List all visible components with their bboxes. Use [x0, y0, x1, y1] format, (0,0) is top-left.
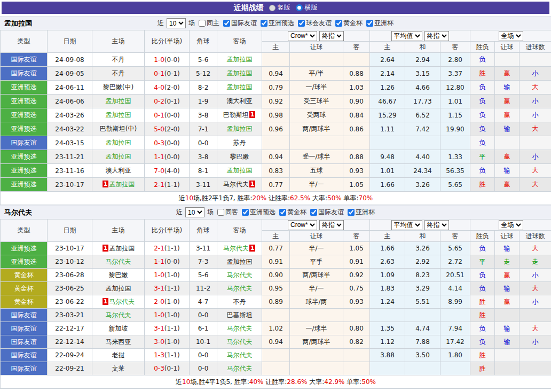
competition-filter[interactable]: 国际友谊 — [308, 208, 344, 217]
match-count-select[interactable]: 10 — [185, 207, 204, 217]
competition-filter[interactable]: 亚洲预选 — [258, 19, 294, 28]
avg-draw-odds — [405, 136, 440, 150]
away-team-cell: 马尔代夫 — [217, 322, 262, 335]
avg-draw-odds: 3.29 — [405, 282, 440, 295]
summary-segment: 单率: — [344, 378, 361, 386]
table-footer: 近10场,胜2平1负7, 胜率:20% 让胜率:62.5% 大率:50% 单率:… — [1, 192, 551, 205]
home-team-name: 马来西亚 — [106, 338, 131, 346]
corner-cell: 7-1 — [190, 122, 217, 136]
date-cell: 23-03-21 — [48, 309, 92, 322]
competition-checkbox[interactable] — [223, 20, 230, 27]
competition-filter[interactable]: 亚洲杯 — [364, 19, 393, 28]
average-select[interactable]: 平均值 — [391, 220, 422, 230]
final-odds-select[interactable]: 终指 — [424, 220, 449, 230]
layout-radio-horizontal[interactable]: 横版 — [296, 3, 318, 12]
halftime-score: (1-0) — [164, 298, 180, 305]
layout-radio-vertical[interactable]: 竖版 — [269, 3, 290, 12]
competition-filter[interactable]: 国际友谊 — [221, 19, 257, 28]
away-team-name: 巴勒斯坦 — [223, 111, 249, 119]
avg-away-odds: 8.99 — [440, 295, 470, 309]
crow-away-odds: 1.05 — [343, 242, 370, 255]
corner-cell: 0-0 — [190, 362, 217, 375]
type-badge: 亚洲预选 — [1, 255, 48, 269]
result-winloss: 平 — [470, 150, 495, 164]
home-team-name: 孟加拉国 — [106, 111, 131, 119]
corner-cell: 3-11 — [190, 242, 217, 255]
final-odds-select[interactable]: 终指 — [319, 31, 344, 41]
away-team-cell: 苏丹 — [217, 136, 262, 150]
competition-checkbox[interactable] — [348, 209, 355, 216]
avg-draw-odds: 2.92 — [405, 255, 440, 269]
summary-segment: 让胜率: — [263, 378, 287, 386]
avg-draw-odds: 17.73 — [405, 95, 440, 108]
rank-1-badge: 1 — [249, 181, 256, 187]
match-count-select[interactable]: 10 — [167, 18, 186, 28]
final-odds-select[interactable]: 终指 — [319, 220, 344, 230]
result-text: 平 — [479, 258, 486, 265]
competition-filter[interactable]: 黄金杯 — [333, 19, 363, 28]
same-venue-checkbox[interactable] — [199, 20, 206, 27]
competition-checkbox[interactable] — [242, 209, 249, 216]
sub-column-header: 让球 — [290, 231, 343, 242]
bookmaker-select[interactable]: Crow* — [288, 31, 317, 41]
corner-cell: 4-7 — [190, 295, 217, 309]
competition-filter[interactable]: 亚洲预选 — [239, 208, 276, 217]
avg-away-odds — [440, 309, 470, 322]
competition-checkbox[interactable] — [298, 20, 305, 27]
avg-home-odds — [370, 136, 405, 150]
competition-checkbox[interactable] — [335, 20, 342, 27]
competition-filter[interactable]: 球会友谊 — [295, 19, 332, 28]
result-handicap: 赢 — [495, 108, 519, 122]
crow-away-odds: 0.93 — [343, 295, 370, 309]
same-venue-filter[interactable]: 同客 — [215, 208, 238, 217]
corner-cell: 0-0 — [190, 136, 217, 150]
competition-filter[interactable]: 亚洲杯 — [345, 208, 375, 217]
filter-bar: 马尔代夫近10场同客亚洲预选黄金杯国际友谊亚洲杯 — [0, 205, 551, 219]
sub-column-header: 胜负 — [470, 42, 495, 53]
column-header: 类型 — [1, 30, 48, 53]
radio-button-icon[interactable] — [269, 5, 276, 11]
result-goals — [519, 349, 551, 362]
same-venue-filter[interactable]: 同主 — [196, 19, 219, 28]
table-header: 类型日期主场比分(半场)角球客场Crow*终指平均值终指全场主让球客主和客胜负让… — [1, 219, 551, 242]
summary-segment: 场,胜2平1负7, 胜率: — [193, 194, 252, 202]
score-cell: 2-0(1-0) — [145, 295, 190, 309]
competition-checkbox[interactable] — [279, 209, 286, 216]
result-text: 负 — [479, 139, 486, 146]
fullmatch-select[interactable]: 全场 — [499, 220, 523, 230]
crow-home-odds: 0.92 — [262, 95, 290, 108]
crow-handicap: 受三球半 — [290, 95, 343, 108]
away-team-name: 不丹 — [233, 298, 246, 305]
results-table: 类型日期主场比分(半场)角球客场Crow*终指平均值终指全场主让球客主和客胜负让… — [0, 30, 551, 205]
avg-draw-odds: 3.26 — [405, 178, 440, 192]
away-team-name: 孟加拉国 — [227, 56, 253, 63]
competition-checkbox[interactable] — [310, 209, 317, 216]
summary-segment: 42.9% — [324, 378, 344, 386]
away-team-name: 巴基斯坦 — [227, 311, 253, 319]
final-odds-select[interactable]: 终指 — [424, 31, 449, 41]
competition-filter[interactable]: 黄金杯 — [277, 208, 306, 217]
crow-handicap: 五球 — [290, 164, 343, 178]
home-team-cell: 马尔代夫 — [92, 309, 145, 322]
competition-checkbox[interactable] — [261, 20, 267, 27]
avg-home-odds — [370, 362, 405, 375]
result-handicap: 赢 — [495, 95, 519, 108]
result-text: 负 — [479, 97, 486, 105]
competition-label: 亚洲预选 — [250, 208, 276, 217]
away-team-cell: 不丹 — [217, 295, 262, 309]
away-team-name: 黎巴嫩 — [230, 153, 249, 160]
crow-away-odds: 0.75 — [343, 282, 370, 295]
competition-checkbox[interactable] — [366, 20, 373, 27]
avg-away-odds: 2.72 — [440, 255, 470, 269]
away-team-name: 澳大利亚 — [227, 97, 253, 105]
crow-home-odds — [262, 309, 290, 322]
radio-button-icon[interactable] — [296, 4, 303, 11]
same-venue-checkbox[interactable] — [217, 209, 224, 216]
corner-cell: 5-6 — [190, 53, 217, 67]
halftime-score: (4-0) — [164, 167, 180, 175]
fullmatch-select[interactable]: 全场 — [499, 31, 523, 41]
bookmaker-select[interactable]: Crow* — [288, 220, 317, 230]
result-handicap: 走 — [495, 255, 519, 269]
average-select[interactable]: 平均值 — [391, 31, 422, 41]
crow-away-odds — [343, 136, 370, 150]
